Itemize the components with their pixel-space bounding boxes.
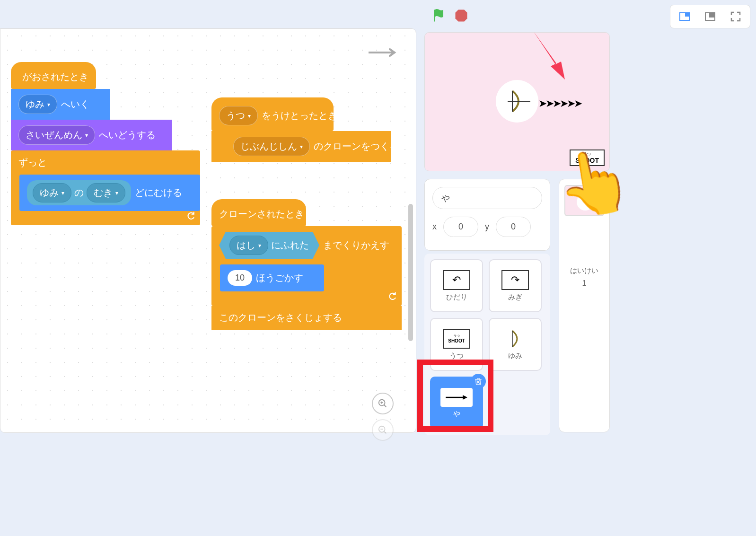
- svg-rect-4: [709, 13, 715, 18]
- svg-marker-0: [456, 10, 467, 22]
- loop-arrow-icon: [387, 291, 397, 303]
- touch-target-dropdown[interactable]: はし▾: [229, 236, 268, 255]
- trash-icon: [474, 377, 483, 386]
- stop-button[interactable]: [454, 9, 468, 25]
- when-cloned-block[interactable]: クローンされたとき: [211, 199, 306, 226]
- script-workspace[interactable]: がおされたとき ゆみ▾ へいく さいぜんめん▾ へいどうする ずっと ゆみ▾: [0, 28, 416, 433]
- small-stage-button[interactable]: [672, 7, 697, 26]
- steps-input[interactable]: 10: [228, 270, 252, 286]
- annotation-arrow-icon: [528, 32, 571, 82]
- goto-block[interactable]: ゆみ▾ へいく: [11, 89, 110, 120]
- sprite-info-panel: x y: [424, 179, 550, 251]
- sprite-tile-hidari[interactable]: ↶ ひだり: [430, 259, 483, 312]
- touching-reporter[interactable]: はし▾ にふれた: [219, 232, 319, 259]
- sprite-tile-utsu[interactable]: うつ SHOOT うつ: [430, 318, 483, 371]
- x-input[interactable]: [443, 217, 478, 237]
- annotation-hand-icon: 👆: [550, 141, 638, 225]
- x-label: x: [432, 222, 437, 232]
- create-clone-block[interactable]: じぶんじしん▾ のクローンをつくる: [211, 131, 391, 162]
- sprite-tile-yumi[interactable]: ゆみ: [489, 318, 542, 371]
- repeat-until-block[interactable]: はし▾ にふれた までくりかえす 10 ほうごかす: [211, 226, 402, 306]
- turn-left-icon: ↶: [443, 270, 470, 290]
- stage-arrow-trail: ➤➤➤➤➤➤: [538, 97, 581, 110]
- sensing-target-dropdown[interactable]: ゆみ▾: [33, 183, 71, 202]
- y-input[interactable]: [496, 217, 531, 237]
- shoot-thumb-icon: うつ SHOOT: [443, 329, 470, 349]
- backdrop-label: はいけい: [570, 266, 598, 275]
- point-in-direction-block[interactable]: ゆみ▾ の むき▾ どにむける: [19, 175, 200, 211]
- sprite-list: ↶ ひだり ↷ みぎ うつ SHOOT うつ ゆみ や: [424, 254, 550, 435]
- turn-right-icon: ↷: [501, 270, 529, 290]
- y-label: y: [485, 222, 489, 232]
- zoom-out-button[interactable]: [372, 419, 394, 441]
- when-flag-clicked-block[interactable]: がおされたとき: [11, 62, 96, 89]
- when-receive-block[interactable]: うつ▾ をうけとったとき: [211, 97, 334, 131]
- sprite-tile-migi[interactable]: ↷ みぎ: [489, 259, 542, 312]
- delete-clone-block[interactable]: このクローンをさくじょする: [211, 306, 402, 330]
- arrow-icon: [440, 388, 473, 407]
- forever-block[interactable]: ずっと ゆみ▾ の むき▾ どにむける: [11, 150, 200, 225]
- zoom-in-button[interactable]: [372, 393, 394, 414]
- bow-icon: [501, 329, 529, 349]
- workspace-scrollbar[interactable]: [408, 204, 413, 341]
- go-to-layer-block[interactable]: さいぜんめん▾ へいどうする: [11, 120, 172, 150]
- delete-sprite-button[interactable]: [471, 374, 486, 389]
- clone-target-dropdown[interactable]: じぶんじしん▾: [233, 137, 310, 156]
- backdrop-count: 1: [582, 279, 587, 288]
- view-mode-controls: [670, 5, 750, 28]
- large-stage-button[interactable]: [698, 7, 722, 26]
- sprite-name-input[interactable]: [432, 187, 542, 209]
- fullscreen-button[interactable]: [723, 7, 748, 26]
- layer-dropdown[interactable]: さいぜんめん▾: [18, 125, 95, 145]
- stage-bow-sprite: [496, 80, 538, 123]
- move-steps-block[interactable]: 10 ほうごかす: [220, 264, 324, 291]
- svg-rect-2: [685, 13, 689, 17]
- loop-arrow-icon: [186, 211, 195, 222]
- workspace-arrow-hint-icon: [369, 48, 397, 59]
- goto-target-dropdown[interactable]: ゆみ▾: [18, 95, 57, 114]
- message-dropdown[interactable]: うつ▾: [219, 106, 258, 125]
- hat-label: がおされたとき: [22, 70, 88, 83]
- sensing-prop-dropdown[interactable]: むき▾: [87, 183, 125, 202]
- sensing-of-reporter[interactable]: ゆみ▾ の むき▾: [27, 180, 131, 205]
- sprite-tile-ya[interactable]: や: [430, 377, 483, 430]
- green-flag-button[interactable]: [431, 9, 446, 25]
